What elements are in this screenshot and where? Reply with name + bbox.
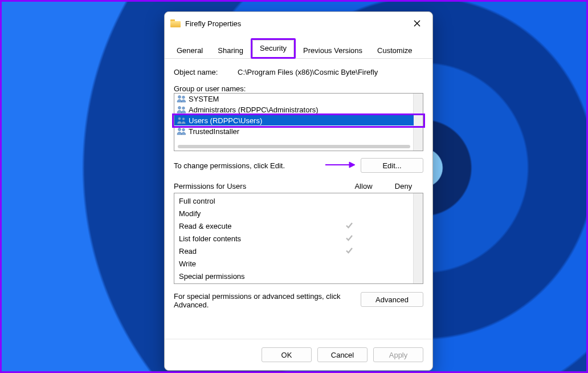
permission-row: Read (174, 245, 414, 257)
annotation-arrow-icon (324, 161, 355, 171)
edit-hint: To change permissions, click Edit. (174, 161, 285, 170)
tab-sharing[interactable]: Sharing (210, 42, 251, 59)
checkmark-icon (345, 223, 354, 232)
permission-row: Modify (174, 207, 414, 220)
permission-allow (329, 233, 369, 244)
users-icon (177, 95, 187, 103)
users-icon (177, 127, 187, 135)
deny-header: Deny (383, 182, 423, 190)
object-name-label: Object name: (174, 68, 238, 76)
group-item-label: SYSTEM (189, 95, 219, 103)
cancel-button[interactable]: Cancel (317, 347, 368, 362)
permissions-title: Permissions for Users (174, 182, 344, 190)
group-item[interactable]: SYSTEM (174, 94, 414, 104)
group-item-label: Users (RDPPC\Users) (189, 116, 262, 125)
close-button[interactable] (406, 15, 428, 32)
window-title: Firefly Properties (185, 19, 241, 28)
permissions-listbox[interactable]: Full controlModifyRead & executeList fol… (174, 193, 423, 284)
permission-name: List folder contents (179, 234, 329, 243)
permission-row: Write (174, 257, 414, 270)
advanced-button[interactable]: Advanced (361, 292, 423, 307)
close-icon (414, 20, 420, 27)
permission-name: Read (179, 247, 329, 256)
tab-content: Object name: C:\Program Files (x86)\Cosm… (165, 59, 432, 332)
svg-point-3 (182, 96, 185, 98)
permission-row: Full control (174, 194, 414, 207)
users-icon (177, 106, 187, 113)
svg-point-6 (178, 117, 181, 120)
svg-point-4 (178, 107, 181, 110)
tab-previous-versions[interactable]: Previous Versions (296, 42, 370, 59)
permission-name: Full control (179, 197, 329, 205)
permissions-header: Permissions for Users Allow Deny (174, 182, 423, 190)
folder-icon (170, 19, 181, 27)
permissions-scrollbar[interactable] (413, 193, 423, 283)
groups-listbox[interactable]: SYSTEMAdministrators (RDPPC\Administrato… (174, 93, 423, 151)
apply-button[interactable]: Apply (373, 347, 423, 362)
ok-button[interactable]: OK (262, 347, 312, 362)
svg-point-8 (178, 128, 181, 131)
permission-allow (329, 246, 369, 257)
svg-point-7 (182, 117, 185, 120)
groups-hscrollbar[interactable] (178, 145, 410, 148)
svg-point-2 (178, 96, 181, 99)
group-item-label: Administrators (RDPPC\Administrators) (189, 106, 318, 114)
groups-label: Group or user names: (174, 84, 423, 93)
group-item[interactable]: Administrators (RDPPC\Administrators) (174, 104, 414, 115)
group-item[interactable]: Users (RDPPC\Users) (174, 115, 414, 125)
groups-scrollbar[interactable] (413, 94, 423, 151)
highlight-security-tab: Security (251, 38, 296, 59)
permission-name: Write (179, 260, 329, 268)
titlebar: Firefly Properties (165, 12, 432, 35)
permission-row: List folder contents (174, 232, 414, 245)
tab-general[interactable]: General (169, 42, 210, 59)
properties-dialog: Firefly Properties General Sharing Secur… (164, 11, 433, 371)
object-name-value: C:\Program Files (x86)\Cosmic Byte\Firef… (238, 68, 378, 76)
permission-name: Read & execute (179, 222, 329, 230)
edit-button[interactable]: Edit... (361, 158, 423, 173)
users-icon (177, 116, 187, 124)
group-item[interactable]: TrustedInstaller (174, 126, 414, 136)
permission-allow (329, 221, 369, 232)
dialog-footer: OK Cancel Apply (165, 339, 432, 370)
permission-row: Read & execute (174, 220, 414, 232)
tab-customize[interactable]: Customize (370, 42, 419, 59)
advanced-hint: For special permissions or advanced sett… (174, 292, 361, 309)
svg-marker-11 (349, 162, 355, 168)
svg-point-5 (182, 107, 185, 109)
permission-name: Special permissions (179, 272, 329, 281)
checkmark-icon (345, 236, 354, 244)
group-item-label: TrustedInstaller (189, 127, 239, 136)
svg-point-9 (182, 128, 185, 131)
tab-security[interactable]: Security (252, 40, 294, 57)
permission-name: Modify (179, 209, 329, 218)
allow-header: Allow (344, 182, 383, 190)
tab-strip: General Sharing Security Previous Versio… (165, 35, 432, 59)
checkmark-icon (345, 248, 354, 257)
permission-row: Special permissions (174, 270, 414, 282)
